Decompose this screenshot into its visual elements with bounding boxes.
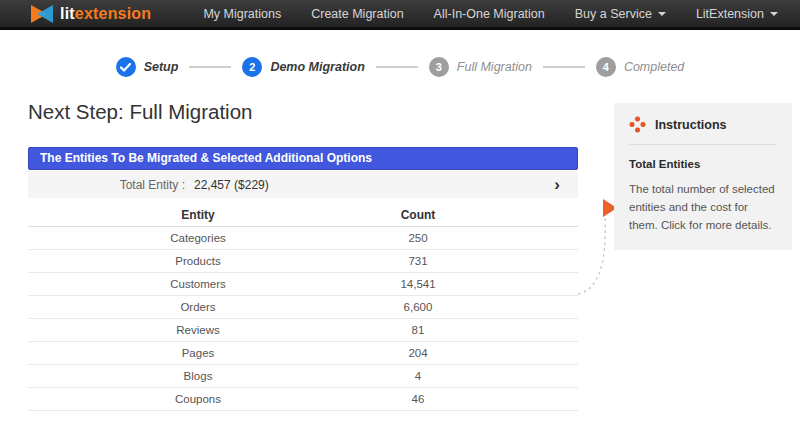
main-nav: My Migrations Create Migration All-In-On… xyxy=(203,7,778,21)
entity-name: Customers xyxy=(28,278,368,290)
entity-name: Products xyxy=(28,255,368,267)
entity-name: Pages xyxy=(28,347,368,359)
nav-all-in-one-migration[interactable]: All-In-One Migration xyxy=(434,7,545,21)
step-label: Demo Migration xyxy=(270,60,364,74)
nav-my-migrations[interactable]: My Migrations xyxy=(203,7,281,21)
entities-section: The Entities To Be Migrated & Selected A… xyxy=(28,147,578,411)
step-full-migration: 3 Full Migration xyxy=(429,57,532,77)
entity-name: Coupons xyxy=(28,393,368,405)
step-number: 4 xyxy=(596,57,616,77)
step-connector-line xyxy=(189,66,231,68)
total-entity-label: Total Entity : xyxy=(28,178,185,192)
total-entity-row[interactable]: Total Entity : 22,457 ($229) › xyxy=(28,171,578,198)
entity-name: Blogs xyxy=(28,370,368,382)
table-row: Blogs 4 xyxy=(28,365,578,388)
header-count: Count xyxy=(368,208,468,222)
table-row: Coupons 46 xyxy=(28,388,578,411)
logo-text: litextension xyxy=(60,5,151,23)
table-row: Categories 250 xyxy=(28,227,578,250)
header-entity: Entity xyxy=(28,208,368,222)
entity-count: 204 xyxy=(368,347,468,359)
step-completed: 4 Completed xyxy=(596,57,684,77)
logo-butterfly-icon xyxy=(30,4,54,24)
entity-count: 14,541 xyxy=(368,278,468,290)
step-check-icon xyxy=(116,57,136,77)
entity-count: 6,600 xyxy=(368,301,468,313)
entity-name: Reviews xyxy=(28,324,368,336)
entity-count: 731 xyxy=(368,255,468,267)
instructions-heading: Total Entities xyxy=(629,158,777,170)
step-label: Full Migration xyxy=(457,60,532,74)
entity-count: 4 xyxy=(368,370,468,382)
litextension-logo[interactable]: litextension xyxy=(30,4,151,24)
entities-banner: The Entities To Be Migrated & Selected A… xyxy=(28,147,578,170)
nav-litextension[interactable]: LitExtension xyxy=(696,7,778,21)
entity-count: 250 xyxy=(368,232,468,244)
instructions-body: The total number of selected entities an… xyxy=(629,181,777,234)
step-demo-migration: 2 Demo Migration xyxy=(242,57,364,77)
step-connector-line xyxy=(376,66,418,68)
step-setup: Setup xyxy=(116,57,179,77)
instructions-title: Instructions xyxy=(655,118,727,132)
navbar: litextension My Migrations Create Migrat… xyxy=(0,0,800,30)
caret-down-icon xyxy=(658,12,666,16)
table-header-row: Entity Count xyxy=(28,204,578,227)
entity-name: Categories xyxy=(28,232,368,244)
entity-count: 81 xyxy=(368,324,468,336)
step-label: Completed xyxy=(624,60,684,74)
page-title: Next Step: Full Migration xyxy=(28,100,252,124)
page: litextension My Migrations Create Migrat… xyxy=(0,0,800,423)
step-number: 2 xyxy=(242,57,262,77)
step-label: Setup xyxy=(144,60,179,74)
chevron-right-icon[interactable]: › xyxy=(554,176,560,193)
entity-count: 46 xyxy=(368,393,468,405)
step-connector-line xyxy=(543,66,585,68)
life-buoy-icon xyxy=(629,116,646,133)
table-row: Customers 14,541 xyxy=(28,273,578,296)
table-row: Orders 6,600 xyxy=(28,296,578,319)
entities-table: Entity Count Categories 250 Products 731… xyxy=(28,204,578,411)
nav-buy-a-service[interactable]: Buy a Service xyxy=(575,7,666,21)
step-number: 3 xyxy=(429,57,449,77)
progress-stepper: Setup 2 Demo Migration 3 Full Migration … xyxy=(0,57,800,77)
entity-name: Orders xyxy=(28,301,368,313)
caret-down-icon xyxy=(770,12,778,16)
instructions-header: Instructions xyxy=(629,116,777,145)
total-entity-value: 22,457 ($229) xyxy=(194,178,269,192)
table-row: Pages 204 xyxy=(28,342,578,365)
instructions-panel: Instructions Total Entities The total nu… xyxy=(614,103,792,250)
table-row: Reviews 81 xyxy=(28,319,578,342)
nav-create-migration[interactable]: Create Migration xyxy=(311,7,403,21)
table-row: Products 731 xyxy=(28,250,578,273)
